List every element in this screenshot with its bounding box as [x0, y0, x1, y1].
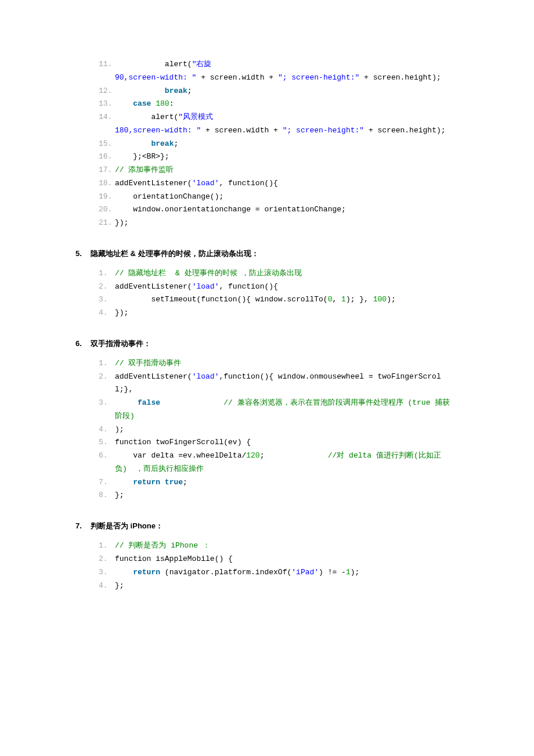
code-content: // 判断是否为 iPhone ： [115, 539, 453, 553]
code-content: return (navigator.platform.indexOf('iPad… [115, 566, 453, 579]
code-content: }; [115, 489, 453, 502]
code-line: 1. // 隐藏地址栏 & 处理事件的时候 ，防止滚动条出现 [99, 267, 453, 280]
code-content: alert("右旋 [115, 58, 453, 71]
line-number: 1. [99, 357, 115, 370]
section-number: 7. [75, 520, 91, 532]
line-number: 2. [99, 280, 115, 294]
code-content: // 双手指滑动事件 [115, 357, 453, 370]
line-number: 15. [99, 138, 115, 151]
line-number: 3. [99, 566, 115, 579]
code-content: function twoFingerScroll(ev) { [115, 436, 453, 449]
code-line: 2. addEventListener('load',function(){ w… [99, 370, 453, 397]
line-number: 7. [99, 476, 115, 489]
code-line: 20. window.onorientationchange = orienta… [99, 203, 453, 217]
code-content: false // 兼容各浏览器，表示在冒泡阶段调用事件处理程序 (true 捕获… [115, 397, 453, 423]
code-content: function isAppleMobile() { [115, 553, 453, 566]
code-line: 21. }); [99, 217, 453, 230]
section-title: 隐藏地址栏 & 处理事件的时候，防止滚动条出现： [91, 249, 259, 258]
section-number: 5. [75, 247, 91, 260]
code-content: ); [115, 423, 453, 437]
code-content: }); [115, 307, 453, 320]
code-line: 1. // 双手指滑动事件 [99, 357, 453, 370]
code-line: 14. alert("风景模式 [99, 111, 453, 124]
code-line: 3. return (navigator.platform.indexOf('i… [99, 566, 453, 579]
line-number: 1. [99, 267, 115, 280]
code-continuation: 90,screen-width: " + screen.width + "; s… [115, 71, 453, 85]
line-number: 17. [99, 164, 115, 177]
section-heading-5: 5.隐藏地址栏 & 处理事件的时候，防止滚动条出现： [75, 247, 453, 260]
code-content: return true; [115, 476, 453, 489]
line-number: 13. [99, 98, 115, 111]
line-number: 3. [99, 397, 115, 410]
code-block-6: 1. // 双手指滑动事件 2. addEventListener('load'… [99, 357, 453, 502]
section-title: 判断是否为 iPhone： [91, 521, 163, 530]
code-content: break; [115, 85, 453, 98]
line-number: 1. [99, 539, 115, 553]
code-content: };<BR>}; [115, 150, 453, 164]
code-content: orientationChange(); [115, 190, 453, 204]
line-number: 18. [99, 177, 115, 190]
code-content: var delta =ev.wheelDelta/120; //对 delta … [115, 449, 453, 476]
code-content: alert("风景模式 [115, 111, 453, 124]
line-number: 14. [99, 111, 115, 124]
code-content: addEventListener('load',function(){ wind… [115, 370, 453, 397]
code-content: }; [115, 579, 453, 593]
code-content: break; [115, 138, 453, 151]
code-content: }); [115, 217, 453, 230]
code-content: addEventListener('load', function(){ [115, 280, 453, 294]
code-block-5: 1. // 隐藏地址栏 & 处理事件的时候 ，防止滚动条出现 2. addEve… [99, 267, 453, 320]
section-heading-6: 6.双手指滑动事件： [75, 337, 453, 350]
code-continuation: 180,screen-width: " + screen.width + "; … [115, 124, 453, 138]
line-number: 2. [99, 553, 115, 566]
section-heading-7: 7.判断是否为 iPhone： [75, 520, 453, 532]
code-line: 13. case 180: [99, 98, 453, 111]
code-line: 2. addEventListener('load', function(){ [99, 280, 453, 294]
code-line: 7. return true; [99, 476, 453, 489]
code-content: window.onorientationchange = orientation… [115, 203, 453, 217]
line-number: 6. [99, 449, 115, 463]
code-line: 8. }; [99, 489, 453, 502]
code-line: 1. // 判断是否为 iPhone ： [99, 539, 453, 553]
line-number: 3. [99, 293, 115, 307]
code-content: // 添加事件监听 [115, 164, 453, 177]
code-block-7: 1. // 判断是否为 iPhone ： 2. function isApple… [99, 539, 453, 592]
line-number: 4. [99, 423, 115, 437]
code-line: 5. function twoFingerScroll(ev) { [99, 436, 453, 449]
code-line: 17. // 添加事件监听 [99, 164, 453, 177]
line-number: 11. [99, 58, 115, 71]
code-line: 4. ); [99, 423, 453, 437]
code-line: 3. setTimeout(function(){ window.scrollT… [99, 293, 453, 307]
code-line: 4. }; [99, 579, 453, 593]
code-content: // 隐藏地址栏 & 处理事件的时候 ，防止滚动条出现 [115, 267, 453, 280]
line-number: 21. [99, 217, 115, 230]
line-number: 2. [99, 370, 115, 384]
code-content: case 180: [115, 98, 453, 111]
section-title: 双手指滑动事件： [91, 339, 151, 348]
code-line: 11. alert("右旋 [99, 58, 453, 71]
section-number: 6. [75, 337, 91, 350]
code-line: 4. }); [99, 307, 453, 320]
code-line: 19. orientationChange(); [99, 190, 453, 204]
code-content: addEventListener('load', function(){ [115, 177, 453, 190]
code-block-1: 11. alert("右旋 90,screen-width: " + scree… [99, 58, 453, 230]
line-number: 19. [99, 190, 115, 204]
code-line: 6. var delta =ev.wheelDelta/120; //对 del… [99, 449, 453, 476]
line-number: 20. [99, 203, 115, 217]
line-number: 5. [99, 436, 115, 449]
line-number: 4. [99, 579, 115, 593]
line-number: 16. [99, 150, 115, 164]
code-line: 18. addEventListener('load', function(){ [99, 177, 453, 190]
code-content: setTimeout(function(){ window.scrollTo(0… [115, 293, 453, 307]
code-line: 3. false // 兼容各浏览器，表示在冒泡阶段调用事件处理程序 (true… [99, 397, 453, 423]
code-line: 2. function isAppleMobile() { [99, 553, 453, 566]
line-number: 12. [99, 85, 115, 98]
code-line: 12. break; [99, 85, 453, 98]
line-number: 4. [99, 307, 115, 320]
code-line: 15. break; [99, 138, 453, 151]
code-line: 16. };<BR>}; [99, 150, 453, 164]
line-number: 8. [99, 489, 115, 502]
